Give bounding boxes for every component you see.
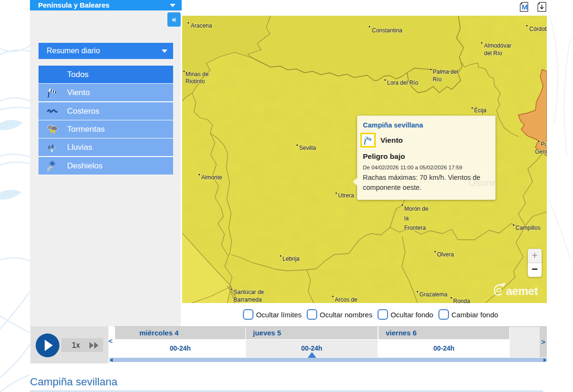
- svg-text:Utrera: Utrera: [338, 192, 354, 199]
- svg-text:Puente: Puente: [541, 141, 547, 147]
- svg-text:Córdoba: Córdoba: [529, 26, 547, 32]
- svg-text:Barrameda: Barrameda: [233, 296, 262, 303]
- svg-text:Lebrija: Lebrija: [282, 255, 300, 262]
- svg-text:Aracena: Aracena: [191, 22, 212, 29]
- svg-text:Grazalema: Grazalema: [419, 291, 447, 298]
- svg-text:Palma del: Palma del: [433, 69, 458, 75]
- svg-text:M: M: [522, 3, 528, 11]
- svg-text:Lora del Río: Lora del Río: [387, 79, 418, 86]
- svg-text:Genil: Genil: [535, 148, 547, 155]
- svg-text:Río: Río: [433, 76, 442, 83]
- svg-text:Riotinto: Riotinto: [185, 78, 205, 85]
- svg-text:del Río: del Río: [484, 50, 502, 57]
- svg-text:Constantina: Constantina: [372, 27, 402, 34]
- svg-text:la: la: [404, 215, 409, 222]
- svg-text:aemet: aemet: [506, 284, 538, 297]
- svg-text:Olvera: Olvera: [437, 251, 454, 258]
- svg-text:Almonte: Almonte: [201, 174, 222, 181]
- svg-text:Sevilla: Sevilla: [299, 145, 316, 151]
- svg-text:Almodóvar: Almodóvar: [484, 42, 511, 49]
- svg-text:Morón de: Morón de: [404, 206, 428, 212]
- svg-text:Écija: Écija: [474, 107, 486, 114]
- svg-text:Arcos de: Arcos de: [335, 296, 358, 303]
- svg-text:Sanlúcar de: Sanlúcar de: [233, 289, 264, 295]
- svg-text:Campillos: Campillos: [515, 225, 541, 231]
- svg-text:Minas de: Minas de: [185, 71, 209, 78]
- svg-text:Ronda: Ronda: [453, 298, 470, 303]
- svg-text:Frontera: Frontera: [404, 225, 426, 231]
